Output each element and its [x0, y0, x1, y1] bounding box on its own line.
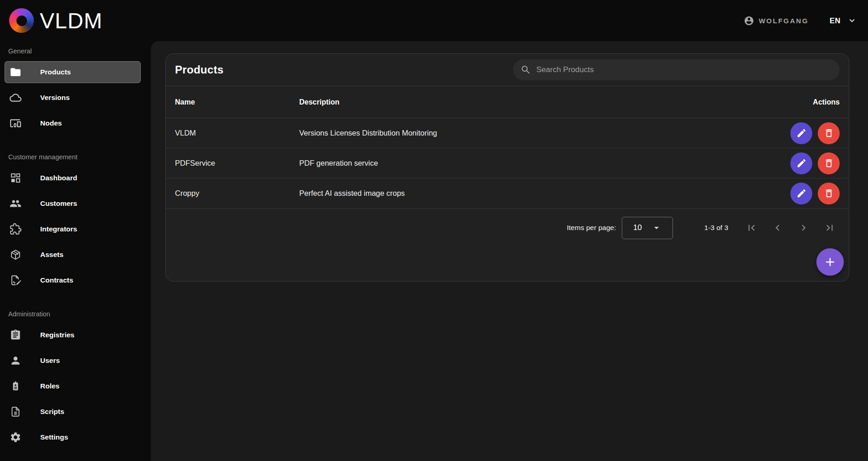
table-body: VLDM Versions Licenses Distribution Moni…: [166, 118, 849, 209]
column-header-description: Description: [299, 98, 767, 106]
sidebar-item-label: Settings: [40, 433, 68, 441]
search-input[interactable]: [536, 65, 832, 74]
badge-icon: [10, 380, 21, 392]
trash-icon: [824, 128, 834, 138]
sidebar-item-nodes[interactable]: Nodes: [5, 112, 141, 134]
items-per-page-label: Items per page:: [567, 224, 616, 232]
sidebar-item-products[interactable]: Products: [5, 61, 141, 83]
clipboard-icon: [10, 329, 21, 341]
page-title: Products: [175, 63, 223, 76]
puzzle-icon: [10, 223, 21, 235]
app-logo-icon: [9, 8, 34, 33]
sidebar-item-label: Nodes: [40, 119, 62, 127]
page-size-select[interactable]: 10: [622, 217, 673, 239]
page-size-value: 10: [633, 223, 642, 232]
user-menu[interactable]: WOLFGANG: [744, 16, 809, 26]
script-icon: [10, 406, 21, 418]
sidebar-item-assets[interactable]: Assets: [5, 244, 141, 266]
sidebar-item-label: Roles: [40, 382, 59, 390]
sidebar-item-label: Products: [40, 68, 71, 76]
sidebar-item-label: Contracts: [40, 276, 73, 284]
first-page-button[interactable]: [738, 217, 764, 239]
table-header: Name Description Actions: [166, 86, 849, 118]
contract-icon: [10, 274, 21, 286]
language-label: EN: [830, 16, 841, 25]
sidebar-item-roles[interactable]: Roles: [5, 375, 141, 397]
sidebar-item-label: Assets: [40, 251, 64, 259]
pencil-icon: [796, 188, 807, 199]
sidebar-item-versions[interactable]: Versions: [5, 87, 141, 109]
box-icon: [10, 249, 21, 261]
sidebar-section-label: Administration: [5, 295, 151, 321]
sidebar-item-integrators[interactable]: Integrators: [5, 218, 141, 240]
sidebar-item-label: Registries: [40, 331, 74, 339]
sidebar-item-customers[interactable]: Customers: [5, 193, 141, 215]
products-card: Products Name Description Actions VLDM V…: [165, 53, 849, 282]
main-content: Products Name Description Actions VLDM V…: [151, 41, 868, 461]
devices-icon: [10, 117, 21, 129]
column-header-actions: Actions: [767, 98, 840, 106]
pager-nav: [738, 217, 842, 239]
topbar: VLDM WOLFGANG EN: [0, 0, 868, 41]
first-page-icon: [746, 222, 757, 234]
sidebar-section: Customer management Dashboard Customers …: [5, 138, 151, 291]
sidebar-section: Administration Registries Users Roles Sc…: [5, 295, 151, 448]
sidebar-item-registries[interactable]: Registries: [5, 324, 141, 346]
paginator: Items per page: 10 1-3 of 3: [166, 209, 849, 247]
sidebar-item-contracts[interactable]: Contracts: [5, 269, 141, 291]
language-selector[interactable]: EN: [830, 16, 857, 26]
topbar-right: WOLFGANG EN: [744, 16, 857, 26]
trash-icon: [824, 158, 834, 168]
cell-description: Perfect AI assisted image crops: [299, 189, 767, 198]
search-bar: [513, 59, 840, 80]
chevron-left-icon: [772, 222, 783, 234]
search-icon: [520, 64, 531, 75]
trash-icon: [824, 188, 834, 199]
previous-page-button[interactable]: [764, 217, 790, 239]
folder-icon: [10, 66, 21, 78]
edit-button[interactable]: [790, 183, 812, 204]
next-page-button[interactable]: [790, 217, 816, 239]
sidebar-item-label: Versions: [40, 94, 70, 102]
pencil-icon: [796, 128, 807, 138]
sidebar-section: General Products Versions Nodes: [5, 41, 151, 134]
sidebar-item-label: Integrators: [40, 225, 77, 233]
chevron-down-icon: [847, 16, 857, 26]
cell-name: PDFService: [175, 159, 299, 168]
page-range-label: 1-3 of 3: [704, 224, 728, 232]
sidebar-item-label: Users: [40, 356, 60, 365]
pencil-icon: [796, 158, 807, 168]
add-product-button[interactable]: [816, 248, 844, 276]
cell-name: VLDM: [175, 129, 299, 137]
table-row: VLDM Versions Licenses Distribution Moni…: [166, 118, 849, 148]
last-page-button[interactable]: [816, 217, 842, 239]
cell-description: Versions Licenses Distribution Monitorin…: [299, 129, 767, 137]
person-icon: [10, 355, 21, 367]
sidebar-item-users[interactable]: Users: [5, 350, 141, 372]
delete-button[interactable]: [818, 152, 840, 174]
sidebar-item-label: Dashboard: [40, 174, 77, 182]
brand-name: VLDM: [40, 8, 102, 33]
sidebar-nav: General Products Versions Nodes Customer…: [0, 41, 151, 461]
table-row: Croppy Perfect AI assisted image crops: [166, 178, 849, 209]
sidebar-item-settings[interactable]: Settings: [5, 426, 141, 448]
sidebar-item-scripts[interactable]: Scripts: [5, 401, 141, 423]
edit-button[interactable]: [790, 122, 812, 144]
caret-down-icon: [651, 222, 662, 233]
table-row: PDFService PDF generation service: [166, 148, 849, 178]
card-header: Products: [166, 54, 849, 86]
delete-button[interactable]: [818, 122, 840, 144]
cell-name: Croppy: [175, 189, 299, 198]
cloud-icon: [10, 92, 21, 104]
cell-description: PDF generation service: [299, 159, 767, 168]
dashboard-icon: [10, 172, 21, 184]
people-icon: [10, 198, 21, 210]
delete-button[interactable]: [818, 183, 840, 204]
sidebar-item-dashboard[interactable]: Dashboard: [5, 167, 141, 189]
sidebar-section-label: General: [5, 41, 151, 58]
account-circle-icon: [744, 16, 754, 26]
sidebar-item-label: Customers: [40, 199, 77, 208]
sidebar-item-label: Scripts: [40, 408, 64, 416]
gear-icon: [10, 431, 21, 443]
edit-button[interactable]: [790, 152, 812, 174]
